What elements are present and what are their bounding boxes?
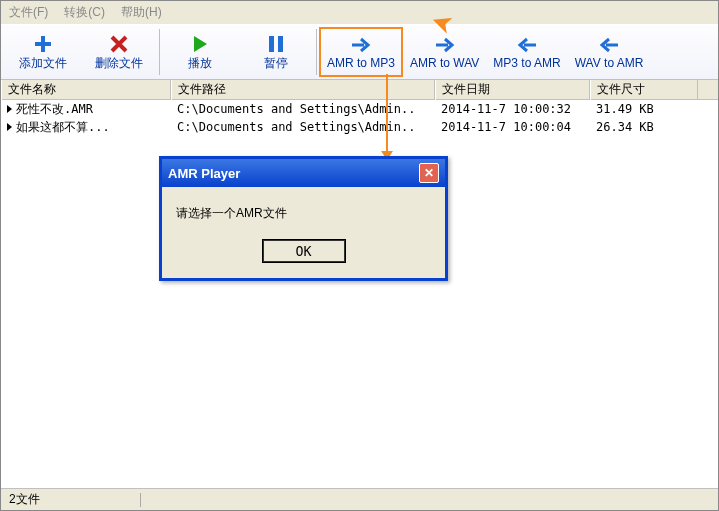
close-icon[interactable]: ✕: [419, 163, 439, 183]
arrow-left-icon: [599, 34, 619, 56]
table-row[interactable]: 死性不改.AMR C:\Documents and Settings\Admin…: [1, 100, 718, 118]
menu-bar: 文件(F) 转换(C) 帮助(H): [1, 1, 718, 25]
dialog-message: 请选择一个AMR文件: [176, 205, 431, 222]
wav-to-amr-button[interactable]: WAV to AMR: [568, 27, 651, 77]
play-icon: [192, 33, 208, 55]
pause-button[interactable]: 暂停: [238, 27, 314, 77]
svg-rect-1: [278, 36, 283, 52]
menu-convert[interactable]: 转换(C): [64, 4, 105, 21]
play-button[interactable]: 播放: [162, 27, 238, 77]
delete-file-button[interactable]: 删除文件: [81, 27, 157, 77]
plus-icon: [34, 33, 52, 55]
menu-help[interactable]: 帮助(H): [121, 4, 162, 21]
column-path[interactable]: 文件路径: [171, 79, 435, 100]
add-file-button[interactable]: 添加文件: [5, 27, 81, 77]
ok-button[interactable]: OK: [263, 240, 345, 262]
mp3-to-amr-button[interactable]: MP3 to AMR: [486, 27, 567, 77]
row-marker-icon: [7, 105, 12, 113]
toolbar: 添加文件 删除文件 播放 暂停 AMR to MP3 AMR to WAV: [1, 25, 718, 80]
file-list-header: 文件名称 文件路径 文件日期 文件尺寸: [1, 80, 718, 100]
arrow-right-icon: [435, 34, 455, 56]
column-date[interactable]: 文件日期: [435, 79, 590, 100]
svg-rect-0: [269, 36, 274, 52]
amr-to-wav-button[interactable]: AMR to WAV: [403, 27, 486, 77]
row-marker-icon: [7, 123, 12, 131]
x-icon: [110, 33, 128, 55]
menu-file[interactable]: 文件(F): [9, 4, 48, 21]
dialog-titlebar[interactable]: AMR Player ✕: [162, 159, 445, 187]
arrow-left-icon: [517, 34, 537, 56]
column-size[interactable]: 文件尺寸: [590, 79, 698, 100]
pause-icon: [268, 33, 284, 55]
status-file-count: 2文件: [9, 491, 40, 508]
amr-to-mp3-button[interactable]: AMR to MP3: [319, 27, 403, 77]
arrow-right-icon: [351, 34, 371, 56]
status-bar: 2文件: [1, 488, 718, 510]
column-name[interactable]: 文件名称: [1, 79, 171, 100]
dialog-title: AMR Player: [168, 166, 240, 181]
table-row[interactable]: 如果这都不算... C:\Documents and Settings\Admi…: [1, 118, 718, 136]
alert-dialog: AMR Player ✕ 请选择一个AMR文件 OK: [159, 156, 448, 281]
